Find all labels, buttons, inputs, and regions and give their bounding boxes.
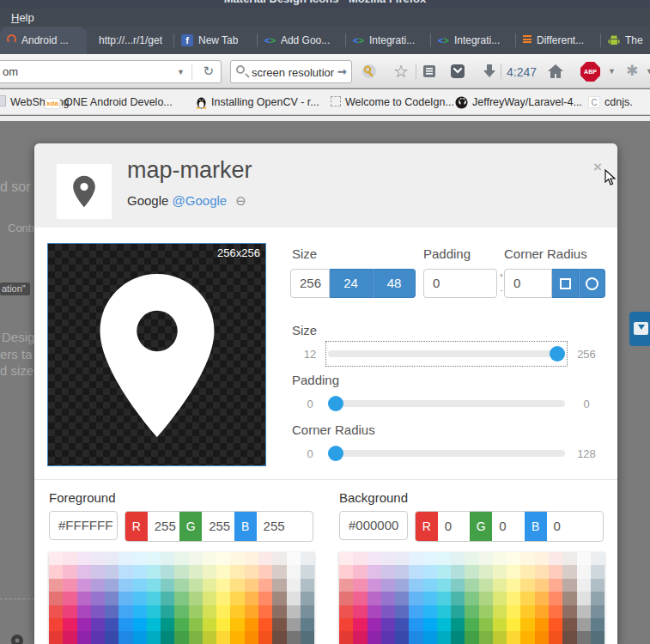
palette-swatch[interactable]	[368, 631, 381, 644]
palette-swatch[interactable]	[147, 618, 161, 631]
palette-swatch[interactable]	[301, 605, 314, 618]
edge-dropdown-icon[interactable]: ▼	[646, 67, 650, 76]
palette-swatch[interactable]	[451, 592, 465, 605]
palette-swatch[interactable]	[409, 631, 422, 644]
palette-swatch[interactable]	[147, 565, 161, 578]
palette-swatch[interactable]	[395, 592, 409, 605]
palette-swatch[interactable]	[118, 618, 132, 631]
bookmark-item[interactable]: Ccdnjs.	[588, 89, 633, 115]
palette-swatch[interactable]	[147, 605, 161, 618]
reload-icon[interactable]: ↻	[203, 64, 214, 79]
palette-swatch[interactable]	[535, 565, 549, 578]
palette-swatch[interactable]	[591, 618, 604, 631]
palette-swatch[interactable]	[591, 631, 604, 644]
palette-swatch[interactable]	[174, 618, 188, 631]
palette-swatch[interactable]	[395, 579, 409, 592]
palette-swatch[interactable]	[216, 618, 230, 631]
palette-swatch[interactable]	[272, 592, 286, 605]
palette-swatch[interactable]	[535, 605, 549, 618]
palette-swatch[interactable]	[203, 631, 216, 644]
palette-swatch[interactable]	[258, 565, 272, 578]
palette-swatch[interactable]	[465, 579, 478, 592]
palette-swatch[interactable]	[105, 631, 118, 644]
palette-swatch[interactable]	[549, 592, 562, 605]
palette-swatch[interactable]	[245, 552, 258, 565]
abp-dropdown-icon[interactable]: ▼	[608, 67, 616, 76]
palette-swatch[interactable]	[161, 579, 174, 592]
palette-swatch[interactable]	[493, 605, 507, 618]
palette-swatch[interactable]	[423, 605, 437, 618]
palette-swatch[interactable]	[77, 605, 91, 618]
palette-swatch[interactable]	[133, 631, 147, 644]
palette-swatch[interactable]	[520, 605, 534, 618]
palette-swatch[interactable]	[216, 605, 230, 618]
palette-swatch[interactable]	[465, 605, 478, 618]
palette-swatch[interactable]	[287, 605, 301, 618]
slider-thumb[interactable]	[328, 396, 343, 411]
palette-swatch[interactable]	[368, 618, 381, 631]
palette-swatch[interactable]	[507, 592, 520, 605]
palette-swatch[interactable]	[301, 552, 314, 565]
palette-swatch[interactable]	[451, 618, 465, 631]
background-hex-input[interactable]: #000000	[339, 511, 408, 540]
palette-swatch[interactable]	[437, 618, 451, 631]
fly-icon[interactable]: ✱	[626, 62, 638, 80]
palette-swatch[interactable]	[353, 618, 367, 631]
palette-swatch[interactable]	[203, 605, 216, 618]
palette-swatch[interactable]	[63, 579, 76, 592]
palette-swatch[interactable]	[63, 565, 76, 578]
palette-swatch[interactable]	[272, 605, 286, 618]
palette-swatch[interactable]	[49, 618, 63, 631]
palette-swatch[interactable]	[245, 631, 258, 644]
background-g-input[interactable]: 0	[492, 512, 525, 541]
palette-swatch[interactable]	[161, 565, 174, 578]
palette-swatch[interactable]	[562, 631, 576, 644]
pocket-icon[interactable]	[450, 64, 465, 79]
palette-swatch[interactable]	[105, 565, 118, 578]
palette-swatch[interactable]	[549, 605, 562, 618]
palette-swatch[interactable]	[133, 579, 147, 592]
palette-swatch[interactable]	[189, 592, 203, 605]
palette-swatch[interactable]	[423, 579, 437, 592]
palette-swatch[interactable]	[287, 565, 301, 578]
bookmark-star-icon[interactable]: ☆	[393, 61, 409, 82]
palette-swatch[interactable]	[272, 565, 286, 578]
palette-swatch[interactable]	[353, 579, 367, 592]
palette-swatch[interactable]	[49, 631, 63, 644]
palette-swatch[interactable]	[174, 631, 188, 644]
palette-swatch[interactable]	[230, 618, 244, 631]
palette-swatch[interactable]	[368, 579, 381, 592]
palette-swatch[interactable]	[174, 605, 188, 618]
palette-swatch[interactable]	[549, 579, 562, 592]
palette-swatch[interactable]	[118, 565, 132, 578]
palette-swatch[interactable]	[287, 552, 301, 565]
palette-swatch[interactable]	[245, 565, 258, 578]
palette-swatch[interactable]	[395, 605, 409, 618]
palette-swatch[interactable]	[479, 605, 493, 618]
palette-swatch[interactable]	[577, 618, 591, 631]
palette-swatch[interactable]	[77, 618, 91, 631]
slider-thumb[interactable]	[328, 446, 343, 461]
palette-swatch[interactable]	[339, 579, 353, 592]
palette-swatch[interactable]	[353, 631, 367, 644]
palette-swatch[interactable]	[77, 631, 91, 644]
palette-swatch[interactable]	[395, 565, 409, 578]
slider-track[interactable]	[328, 343, 565, 364]
palette-swatch[interactable]	[395, 552, 409, 565]
background-b-input[interactable]: 0	[547, 512, 603, 541]
foreground-b-input[interactable]: 255	[257, 512, 313, 541]
palette-swatch[interactable]	[287, 618, 301, 631]
url-text[interactable]: om	[3, 65, 18, 78]
palette-swatch[interactable]	[409, 552, 422, 565]
palette-swatch[interactable]	[63, 631, 76, 644]
url-bar[interactable]: om ▼ ↻	[0, 60, 222, 83]
palette-swatch[interactable]	[577, 605, 591, 618]
palette-swatch[interactable]	[549, 552, 562, 565]
palette-swatch[interactable]	[258, 552, 272, 565]
slider-track[interactable]	[328, 393, 565, 414]
palette-swatch[interactable]	[133, 618, 147, 631]
palette-swatch[interactable]	[520, 552, 534, 565]
palette-swatch[interactable]	[189, 579, 203, 592]
palette-swatch[interactable]	[423, 565, 437, 578]
palette-swatch[interactable]	[77, 552, 91, 565]
